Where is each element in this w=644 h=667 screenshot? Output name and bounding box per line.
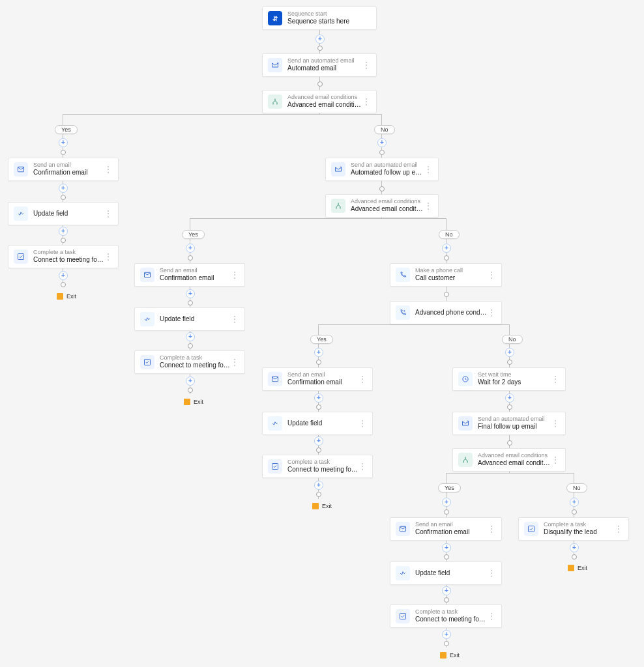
more-icon[interactable]: ⋮ [358, 375, 367, 383]
node-title: Automated email [287, 64, 362, 72]
add-step-button[interactable]: + [442, 630, 451, 639]
add-step-button[interactable]: + [442, 244, 451, 253]
more-icon[interactable]: ⋮ [230, 315, 239, 323]
update-field-node[interactable]: Update field ⋮ [8, 202, 119, 225]
add-step-button[interactable]: + [377, 138, 387, 147]
exit-icon [440, 652, 446, 659]
connector-dot [61, 238, 66, 243]
more-icon[interactable]: ⋮ [358, 419, 367, 427]
add-step-button[interactable]: + [59, 138, 68, 147]
more-icon[interactable]: ⋮ [104, 253, 113, 261]
email-condition-node[interactable]: Advanced email conditions Advanced email… [325, 194, 439, 218]
automated-email-node[interactable]: Send an automated email Automated email … [262, 53, 377, 77]
connector-dot [317, 81, 323, 87]
sequence-start-icon: ⇵ [268, 11, 282, 25]
automated-email-icon [268, 58, 282, 72]
add-step-button[interactable]: + [314, 481, 323, 490]
send-email-node[interactable]: Send an email Confirmation email ⋮ [262, 367, 373, 391]
send-email-node[interactable]: Send an email Confirmation email ⋮ [134, 263, 245, 287]
phone-condition-node[interactable]: Advanced phone condition ⋮ [390, 301, 502, 324]
add-step-button[interactable]: + [186, 244, 195, 253]
update-field-icon [140, 312, 154, 326]
connector [446, 473, 574, 474]
add-step-button[interactable]: + [442, 498, 451, 507]
more-icon[interactable]: ⋮ [487, 309, 496, 317]
more-icon[interactable]: ⋮ [487, 612, 496, 620]
update-field-node[interactable]: Update field ⋮ [134, 307, 245, 331]
add-step-button[interactable]: + [59, 184, 68, 193]
more-icon[interactable]: ⋮ [104, 210, 113, 218]
more-icon[interactable]: ⋮ [362, 98, 371, 106]
connector-dot [188, 300, 193, 305]
node-title: Call customer [415, 274, 487, 282]
more-icon[interactable]: ⋮ [551, 375, 560, 383]
add-step-button[interactable]: + [186, 332, 195, 341]
task-node[interactable]: Complete a task Connect to meeting for p… [262, 455, 373, 478]
exit-icon [57, 293, 63, 300]
phone-condition-icon [396, 305, 410, 320]
add-step-button[interactable]: + [315, 35, 325, 44]
more-icon[interactable]: ⋮ [230, 271, 239, 279]
send-email-node[interactable]: Send an email Confirmation email ⋮ [8, 158, 119, 181]
connector-dot [379, 186, 385, 192]
branch-label-no: No [374, 125, 395, 134]
update-field-node[interactable]: Update field ⋮ [262, 412, 373, 435]
connector [63, 114, 381, 115]
more-icon[interactable]: ⋮ [424, 202, 433, 210]
task-node[interactable]: Complete a task Disqualify the lead ⋮ [518, 517, 629, 541]
task-icon [14, 249, 28, 264]
add-step-button[interactable]: + [314, 348, 323, 357]
more-icon[interactable]: ⋮ [358, 462, 367, 470]
connector-dot [444, 292, 449, 297]
node-subtitle: Send an automated email [351, 162, 424, 169]
more-icon[interactable]: ⋮ [424, 165, 433, 173]
branch-label-yes: Yes [310, 335, 333, 344]
task-node[interactable]: Complete a task Connect to meeting for p… [134, 350, 245, 374]
task-node[interactable]: Complete a task Connect to meeting for p… [390, 604, 502, 628]
add-step-button[interactable]: + [186, 376, 195, 386]
wait-node[interactable]: Set wait time Wait for 2 days ⋮ [452, 367, 566, 391]
update-field-node[interactable]: Update field ⋮ [390, 561, 502, 585]
more-icon[interactable]: ⋮ [487, 271, 496, 279]
add-step-button[interactable]: + [186, 289, 195, 298]
node-title: Confirmation email [33, 169, 104, 177]
node-title: Update field [415, 569, 487, 577]
add-step-button[interactable]: + [570, 543, 579, 552]
email-condition-node[interactable]: Advanced email conditions Advanced email… [452, 448, 566, 472]
more-icon[interactable]: ⋮ [104, 165, 113, 173]
automated-email-node[interactable]: Send an automated email Final follow up … [452, 412, 566, 435]
add-step-button[interactable]: + [505, 348, 514, 357]
more-icon[interactable]: ⋮ [487, 569, 496, 577]
send-email-node[interactable]: Send an email Confirmation email ⋮ [390, 517, 502, 541]
add-step-button[interactable]: + [314, 436, 323, 446]
add-step-button[interactable]: + [570, 498, 579, 507]
more-icon[interactable]: ⋮ [362, 61, 371, 69]
connector-dot [188, 388, 193, 393]
phone-call-node[interactable]: Make a phone call Call customer ⋮ [390, 263, 502, 287]
add-step-button[interactable]: + [442, 586, 451, 595]
add-step-button[interactable]: + [505, 393, 514, 403]
more-icon[interactable]: ⋮ [487, 525, 496, 533]
email-condition-node[interactable]: Advanced email conditions Advanced email… [262, 90, 377, 113]
add-step-button[interactable]: + [314, 393, 323, 403]
node-subtitle: Advanced email conditions [351, 199, 424, 205]
branch-label-no: No [439, 230, 460, 239]
connector-dot [316, 360, 321, 365]
node-subtitle: Complete a task [287, 459, 358, 466]
update-field-icon [396, 566, 410, 580]
connector-dot [572, 554, 577, 560]
svg-rect-9 [529, 526, 534, 532]
more-icon[interactable]: ⋮ [551, 419, 560, 427]
more-icon[interactable]: ⋮ [614, 525, 623, 533]
add-step-button[interactable]: + [59, 227, 68, 236]
add-step-button[interactable]: + [442, 543, 451, 552]
sequence-start-node[interactable]: ⇵ Sequence start Sequence starts here [262, 7, 377, 30]
task-node[interactable]: Complete a task Connect to meeting for p… [8, 245, 119, 268]
more-icon[interactable]: ⋮ [230, 358, 239, 366]
add-step-button[interactable]: + [59, 271, 68, 280]
node-title: Connect to meeting for product demo r… [33, 256, 104, 264]
automated-email-node[interactable]: Send an automated email Automated follow… [325, 158, 439, 181]
more-icon[interactable]: ⋮ [551, 456, 560, 464]
node-title: Advanced email conditions [351, 205, 424, 213]
connector-dot [61, 150, 66, 155]
